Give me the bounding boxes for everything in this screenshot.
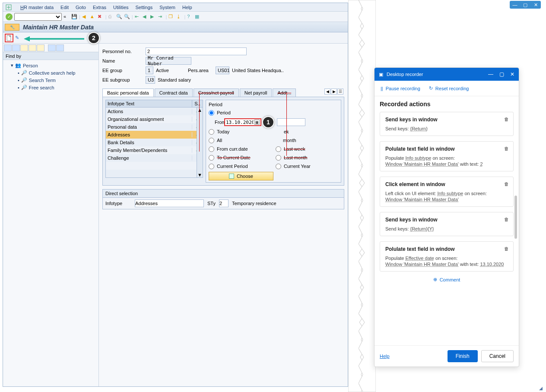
nav-right-icon[interactable] <box>12 44 20 51</box>
prev-icon[interactable]: ◀ <box>143 14 149 20</box>
fav2-icon[interactable] <box>29 44 36 51</box>
action-card[interactable]: Send keys in window 🗑 Send keys: {Return… <box>380 112 514 136</box>
resize-grip-icon[interactable] <box>539 387 543 390</box>
input-persno[interactable] <box>146 47 247 55</box>
radio-curr[interactable] <box>209 146 214 152</box>
save-icon[interactable]: 💾 <box>71 14 77 20</box>
cancel-icon[interactable]: ✖ <box>98 14 104 20</box>
table-row[interactable]: Organizational assignment✓ <box>106 115 203 123</box>
fav-icon[interactable] <box>20 44 28 51</box>
scrollbar[interactable] <box>514 101 517 345</box>
action-card[interactable]: Polulate text field in window 🗑 Populate… <box>380 141 514 171</box>
radio-all[interactable] <box>209 138 214 143</box>
trash-icon[interactable]: 🗑 <box>504 117 509 122</box>
nav-left-icon[interactable] <box>4 44 12 51</box>
trash-icon[interactable]: 🗑 <box>504 246 509 251</box>
add-comment-button[interactable]: ⊕Comment <box>380 277 514 282</box>
radio-lastweek[interactable] <box>276 146 281 152</box>
tree-item-searchterm[interactable]: • 🔎 Search Term <box>6 76 96 84</box>
newwin-icon[interactable]: ❐ <box>168 14 175 20</box>
command-field[interactable] <box>14 13 62 21</box>
table-row[interactable]: Challenge <box>106 154 203 162</box>
reset-button[interactable]: ↻Reset recording <box>429 85 469 91</box>
tab-list-icon[interactable]: ☰ <box>337 89 343 95</box>
trash-icon[interactable]: 🗑 <box>504 181 509 187</box>
calendar-icon[interactable]: ▦ <box>254 120 260 125</box>
input-from-date[interactable] <box>226 120 254 125</box>
table-row[interactable] <box>106 170 203 177</box>
menu-system[interactable]: System <box>159 5 175 10</box>
menu-utilities[interactable]: Utilities <box>113 5 128 10</box>
scroll-down-icon[interactable]: ▼ <box>197 172 202 177</box>
radio-tocurrent[interactable] <box>209 155 214 161</box>
minimize-icon[interactable]: — <box>488 71 493 77</box>
next-icon[interactable]: ▶ <box>150 14 156 20</box>
table-row[interactable]: Actions✓ <box>106 107 203 115</box>
layout-icon[interactable]: ▦ <box>195 14 201 20</box>
menu-edit[interactable]: Edit <box>60 5 69 10</box>
tab-basic[interactable]: Basic personal data <box>102 89 154 97</box>
scrollbar[interactable]: ▲▼ <box>197 107 203 177</box>
table-row[interactable]: Bank Details✓ <box>106 139 203 146</box>
expand-icon[interactable] <box>56 44 64 51</box>
scroll-thumb[interactable] <box>514 196 517 239</box>
choose-button[interactable]: Choose <box>209 172 273 180</box>
action-card[interactable]: Send keys in window 🗑 Send keys: {Return… <box>380 212 514 236</box>
radio-lastmonth[interactable] <box>276 155 281 161</box>
findnext-icon[interactable]: 🔍 <box>124 14 130 20</box>
input-sty[interactable] <box>219 199 229 207</box>
tree-item-collective[interactable]: • 🔎 Collective search help <box>6 69 96 76</box>
radio-curryear[interactable] <box>276 164 281 169</box>
input-infotype[interactable] <box>135 199 204 207</box>
finish-button[interactable]: Finish <box>448 350 478 362</box>
tab-left-icon[interactable]: ◀ <box>324 89 330 95</box>
fav3-icon[interactable] <box>37 44 44 51</box>
last-icon[interactable]: ⇥ <box>158 14 164 20</box>
tree-person[interactable]: ▾ 👥 Person <box>6 62 96 69</box>
menu-goto[interactable]: Goto <box>76 5 86 10</box>
first-icon[interactable]: ⇤ <box>135 14 141 20</box>
tree-item-freesearch[interactable]: • 🔎 Free search <box>6 84 96 91</box>
back-icon[interactable]: « <box>63 14 70 20</box>
enter-icon[interactable]: ✓ <box>6 13 13 20</box>
pause-button[interactable]: ||Pause recording <box>381 86 420 91</box>
radio-period[interactable] <box>209 110 214 116</box>
menu-icon[interactable] <box>6 4 12 10</box>
minimize-icon[interactable]: — <box>511 2 518 7</box>
maximize-icon[interactable]: ▢ <box>522 2 529 8</box>
action-card[interactable]: Polulate text field in window 🗑 Populate… <box>380 241 514 272</box>
menu-hr[interactable]: HHR master dataR master data <box>20 5 54 10</box>
maximize-icon[interactable]: ▢ <box>499 71 504 77</box>
up-icon[interactable]: ▲ <box>90 14 96 20</box>
find-icon[interactable]: 🔍 <box>116 14 122 20</box>
menu-help[interactable]: Help <box>182 5 192 10</box>
trash-icon[interactable]: 🗑 <box>504 217 509 222</box>
radio-today[interactable] <box>209 129 214 135</box>
back2-icon[interactable]: ◀ <box>82 14 88 20</box>
tab-gross[interactable]: Gross/net payroll <box>194 89 239 97</box>
menu-extras[interactable]: Extras <box>93 5 106 10</box>
scroll-up-icon[interactable]: ▲ <box>197 107 202 113</box>
tab-addt[interactable]: Addt... <box>273 89 296 97</box>
collapse-icon[interactable] <box>48 44 56 51</box>
tab-net[interactable]: Net payroll <box>240 89 272 97</box>
table-row[interactable]: Personal data✓ <box>106 123 203 131</box>
radio-currperiod[interactable] <box>209 164 214 169</box>
tab-contract[interactable]: Contract data <box>155 89 193 97</box>
print-icon[interactable]: ⎙ <box>108 14 114 20</box>
help-link[interactable]: Help <box>380 354 390 359</box>
edit-icon[interactable]: ✎ <box>15 35 21 41</box>
shortcut-icon[interactable]: ⭳ <box>176 14 182 20</box>
close-icon[interactable]: ✕ <box>532 2 539 8</box>
table-row[interactable]: Family Member/Dependents✓ <box>106 146 203 154</box>
table-row[interactable] <box>106 162 203 170</box>
close-icon[interactable]: ✕ <box>510 71 514 77</box>
tab-right-icon[interactable]: ▶ <box>331 89 337 95</box>
menu-settings[interactable]: Settings <box>136 5 153 10</box>
help-icon[interactable]: ? <box>187 14 193 20</box>
create-button[interactable] <box>5 34 13 42</box>
action-card[interactable]: Click element in window 🗑 Left click on … <box>380 177 514 207</box>
input-to-date[interactable] <box>277 118 305 126</box>
trash-icon[interactable]: 🗑 <box>504 146 509 151</box>
table-row-selected[interactable]: Addresses✓ <box>106 131 203 139</box>
